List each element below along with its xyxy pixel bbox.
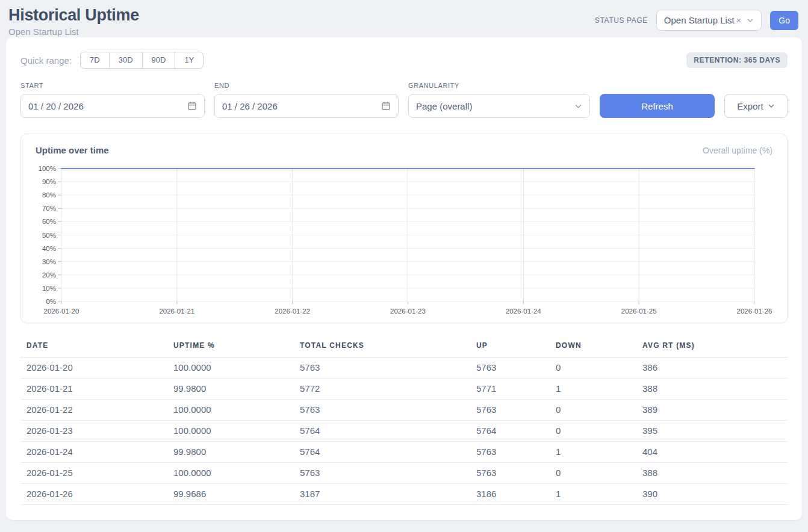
refresh-button[interactable]: Refresh	[600, 94, 715, 118]
table-cell: 395	[636, 421, 788, 442]
svg-text:2026-01-26: 2026-01-26	[737, 308, 772, 315]
table-cell: 100.0000	[167, 400, 294, 421]
chart-legend: Overall uptime (%)	[703, 146, 772, 155]
svg-text:2026-01-23: 2026-01-23	[390, 308, 426, 315]
column-header-uptime: UPTIME %	[167, 338, 294, 357]
page-title: Historical Uptime	[8, 6, 139, 25]
end-date-group: END	[214, 82, 399, 118]
table-cell: 100.0000	[167, 463, 294, 484]
table-cell: 2026-01-22	[20, 400, 167, 421]
export-button[interactable]: Export	[724, 94, 788, 118]
quick-range-group: Quick range: 7D 30D 90D 1Y	[20, 52, 204, 69]
table-cell: 3187	[294, 484, 470, 505]
table-cell: 3186	[470, 484, 550, 505]
table-cell: 99.9800	[167, 442, 294, 463]
calendar-icon[interactable]	[187, 101, 197, 111]
status-page-selected-value: Open Startup List	[664, 15, 735, 25]
table-cell: 2026-01-24	[20, 442, 167, 463]
calendar-icon[interactable]	[381, 101, 391, 111]
status-page-label: STATUS PAGE	[595, 16, 648, 25]
end-date-label: END	[214, 82, 399, 89]
table-row: 2026-01-20100.0000576357630386	[20, 357, 788, 379]
end-date-field[interactable]	[214, 94, 399, 118]
table-cell: 1	[550, 484, 636, 505]
granularity-select[interactable]: Page (overall)	[408, 94, 590, 118]
table-cell: 2026-01-23	[20, 421, 167, 442]
svg-text:2026-01-20: 2026-01-20	[44, 308, 79, 315]
table-row: 2026-01-22100.0000576357630389	[20, 400, 788, 421]
granularity-group: GRANULARITY Page (overall)	[408, 82, 590, 118]
clear-selection-icon[interactable]: ×	[736, 15, 742, 25]
header-right: STATUS PAGE Open Startup List × Go	[595, 10, 798, 31]
column-header-down: DOWN	[550, 338, 636, 357]
chevron-down-icon	[747, 17, 754, 24]
quick-range-1y-button[interactable]: 1Y	[175, 52, 204, 69]
svg-text:2026-01-21: 2026-01-21	[159, 308, 194, 315]
table-cell: 5763	[294, 463, 470, 484]
column-header-avg-rt: AVG RT (MS)	[636, 338, 788, 357]
table-cell: 100.0000	[167, 421, 294, 442]
table-cell: 404	[636, 442, 788, 463]
svg-text:2026-01-25: 2026-01-25	[621, 308, 657, 315]
chevron-down-icon	[574, 102, 582, 110]
table-row: 2026-01-2499.9800576457631404	[20, 442, 788, 463]
export-button-label: Export	[737, 101, 763, 111]
quick-range-30d-button[interactable]: 30D	[110, 52, 143, 69]
table-cell: 5764	[470, 421, 550, 442]
granularity-selected-value: Page (overall)	[416, 101, 565, 111]
table-cell: 5772	[294, 379, 470, 400]
page-subtitle: Open Startup List	[8, 26, 139, 37]
table-cell: 100.0000	[167, 357, 294, 379]
table-cell: 388	[636, 379, 788, 400]
quick-range-7d-button[interactable]: 7D	[80, 52, 110, 69]
column-header-date: DATE	[20, 338, 167, 357]
start-date-input[interactable]	[28, 101, 182, 111]
table-cell: 0	[550, 463, 636, 484]
table-cell: 5764	[294, 442, 470, 463]
svg-text:80%: 80%	[42, 191, 56, 199]
svg-text:30%: 30%	[42, 258, 56, 265]
table-cell: 2026-01-20	[20, 357, 167, 379]
quick-range-buttons: 7D 30D 90D 1Y	[80, 52, 204, 69]
table-cell: 5763	[470, 463, 550, 484]
chart-header: Uptime over time Overall uptime (%)	[31, 144, 777, 162]
table-cell: 5763	[294, 357, 470, 379]
table-cell: 5771	[470, 379, 550, 400]
chevron-down-icon	[768, 102, 775, 110]
svg-text:70%: 70%	[42, 205, 56, 212]
quick-range-90d-button[interactable]: 90D	[143, 52, 176, 69]
granularity-label: GRANULARITY	[408, 82, 590, 89]
table-cell: 5763	[470, 400, 550, 421]
table-cell: 5764	[294, 421, 470, 442]
table-cell: 386	[636, 357, 788, 379]
svg-text:40%: 40%	[42, 245, 56, 252]
start-date-group: START	[20, 82, 205, 118]
uptime-table: DATE UPTIME % TOTAL CHECKS UP DOWN AVG R…	[20, 338, 788, 505]
table-cell: 5763	[470, 442, 550, 463]
svg-text:100%: 100%	[39, 165, 56, 172]
start-date-field[interactable]	[20, 94, 205, 118]
table-row: 2026-01-2199.9800577257711388	[20, 379, 788, 400]
table-row: 2026-01-23100.0000576457640395	[20, 421, 788, 442]
table-cell: 388	[636, 463, 788, 484]
end-date-input[interactable]	[222, 101, 376, 111]
go-button[interactable]: Go	[770, 11, 798, 30]
table-cell: 2026-01-25	[20, 463, 167, 484]
svg-text:50%: 50%	[42, 232, 56, 239]
filter-fields-row: START END GRANULARITY Page (overall)	[20, 82, 788, 118]
table-row: 2026-01-2699.9686318731861390	[20, 484, 788, 505]
table-cell: 0	[550, 357, 636, 379]
svg-text:2026-01-22: 2026-01-22	[275, 308, 310, 315]
page-header: Historical Uptime Open Startup List STAT…	[0, 0, 808, 37]
table-cell: 1	[550, 379, 636, 400]
table-cell: 390	[636, 484, 788, 505]
title-block: Historical Uptime Open Startup List	[8, 6, 139, 37]
svg-text:10%: 10%	[42, 285, 56, 292]
table-cell: 5763	[294, 400, 470, 421]
table-cell: 0	[550, 400, 636, 421]
retention-badge: RETENTION: 365 DAYS	[686, 52, 788, 68]
status-page-select[interactable]: Open Startup List ×	[656, 10, 762, 31]
table-cell: 99.9686	[167, 484, 294, 505]
svg-text:90%: 90%	[42, 178, 56, 185]
table-cell: 5763	[470, 357, 550, 379]
